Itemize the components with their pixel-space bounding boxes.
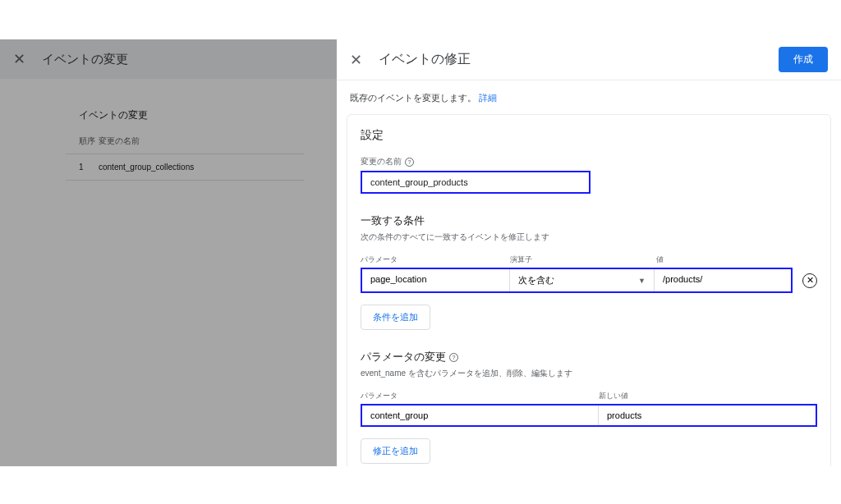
- condition-labels: パラメータ 演算子 値: [361, 254, 817, 265]
- right-header: ✕ イベントの修正 作成: [337, 39, 841, 80]
- change-name-input[interactable]: content_group_products: [361, 171, 591, 194]
- close-icon[interactable]: ✕: [350, 51, 362, 69]
- add-modification-button[interactable]: 修正を追加: [361, 438, 430, 464]
- param-name-input[interactable]: content_group: [362, 405, 599, 425]
- condition-operator-select[interactable]: 次を含む ▼: [510, 269, 655, 291]
- name-field-label: 変更の名前 ?: [361, 156, 817, 167]
- add-condition-button[interactable]: 条件を追加: [361, 305, 430, 330]
- chevron-down-icon: ▼: [638, 277, 646, 285]
- remove-condition-button[interactable]: ✕: [802, 273, 817, 288]
- conditions-section: 一致する条件 次の条件のすべてに一致するイベントを修正します パラメータ 演算子…: [361, 213, 817, 330]
- label-new-value: 新しい値: [599, 391, 817, 401]
- right-panel-title: イベントの修正: [379, 51, 779, 68]
- settings-title: 設定: [361, 128, 817, 143]
- parameters-title: パラメータの変更 ?: [361, 350, 817, 364]
- label-operator: 演算子: [510, 254, 656, 265]
- parameters-section: パラメータの変更 ? event_name を含むパラメータを追加、削除、編集し…: [361, 350, 817, 464]
- label-parameter: パラメータ: [361, 391, 599, 401]
- param-labels: パラメータ 新しい値: [361, 391, 817, 401]
- settings-card: 設定 変更の名前 ? content_group_products 一致する条件…: [347, 114, 831, 466]
- help-icon[interactable]: ?: [405, 158, 414, 167]
- label-value: 値: [656, 254, 817, 265]
- parameters-desc: event_name を含むパラメータを追加、削除、編集します: [361, 368, 817, 379]
- conditions-desc: 次の条件のすべてに一致するイベントを修正します: [361, 231, 817, 243]
- condition-fields: page_location 次を含む ▼ /products/: [361, 268, 793, 293]
- modal-overlay: [0, 39, 337, 466]
- label-parameter: パラメータ: [361, 254, 510, 265]
- create-button[interactable]: 作成: [779, 47, 828, 72]
- conditions-title: 一致する条件: [361, 213, 817, 228]
- param-row: content_group products: [361, 404, 817, 427]
- subtitle: 既存のイベントを変更します。 詳細: [337, 80, 841, 111]
- condition-parameter-input[interactable]: page_location: [362, 269, 510, 291]
- subtitle-text: 既存のイベントを変更します。: [350, 93, 476, 103]
- help-icon[interactable]: ?: [449, 353, 458, 362]
- details-link[interactable]: 詳細: [479, 93, 497, 103]
- condition-row: page_location 次を含む ▼ /products/ ✕: [361, 268, 817, 293]
- param-value-input[interactable]: products: [599, 405, 816, 425]
- right-panel: ✕ イベントの修正 作成 既存のイベントを変更します。 詳細 設定 変更の名前 …: [337, 39, 841, 466]
- condition-value-input[interactable]: /products/: [655, 269, 791, 291]
